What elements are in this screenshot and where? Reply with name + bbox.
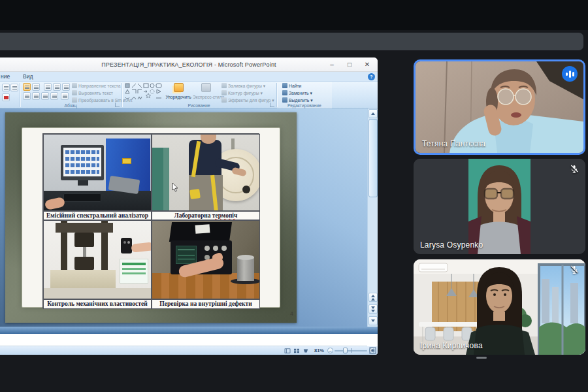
ribbon: Направление текста Выровнять текст Преоб… <box>0 82 378 108</box>
scroll-down-icon <box>371 319 375 322</box>
caption-mechanical-testing: Контроль механічних властивостей <box>43 299 152 309</box>
notes-splitter[interactable] <box>0 327 378 334</box>
scroll-thumb[interactable] <box>368 119 378 197</box>
slide-editing-area: Емісійний спектральний аналізатор Лабора… <box>0 108 367 327</box>
replace-button[interactable]: Заменить ▾ <box>282 90 312 97</box>
mouse-cursor-icon <box>172 183 178 192</box>
mic-off-icon <box>569 164 580 174</box>
bullets-button[interactable] <box>23 83 31 91</box>
zoom-slider-center-tick <box>351 348 351 353</box>
misspelled-word: термопіч <box>212 212 238 219</box>
double-chevron-down-icon <box>371 306 375 312</box>
group-label-editing: Редактирование <box>277 103 332 108</box>
participant-tile-iryna[interactable]: Ірина Кирпичова <box>414 259 585 355</box>
columns-button[interactable] <box>61 92 69 100</box>
next-slide-button[interactable] <box>368 304 378 314</box>
caption-flaw-detector: Перевірка на внутрішні дефекти <box>152 299 260 309</box>
ppt-window-title: ПРЕЗЕНТАЦІЯ_ПРАКТИКА_ЕКОЛОГІЯ - Microsof… <box>0 57 378 72</box>
arrange-icon <box>174 83 184 92</box>
participant-name: Ірина Кирпичова <box>420 341 483 350</box>
minimize-button[interactable]: – <box>325 59 338 70</box>
increase-indent-button[interactable] <box>53 83 61 91</box>
slide-canvas[interactable]: Емісійний спектральний аналізатор Лабора… <box>5 112 297 323</box>
font-color-button[interactable] <box>2 93 10 101</box>
find-button[interactable]: Найти <box>282 82 301 90</box>
ppt-status-bar: 81% – + <box>0 346 378 355</box>
align-text-button[interactable]: Выровнять текст <box>72 90 113 97</box>
caption-spectral-analyzer: Емісійний спектральний аналізатор <box>43 211 152 220</box>
photo-lab-furnace <box>152 134 260 211</box>
align-text-icon <box>72 90 77 95</box>
powerpoint-window: ПРЕЗЕНТАЦІЯ_ПРАКТИКА_ЕКОЛОГІЯ - Microsof… <box>0 57 378 355</box>
participant-tile-tetyana[interactable]: Тетяна Пантєєва <box>414 59 585 155</box>
shape-outline-button[interactable]: Контур фигуры ▾ <box>221 90 263 97</box>
font-button[interactable] <box>10 84 18 91</box>
slide-sorter-view-button[interactable] <box>293 348 301 354</box>
photo-flaw-detector <box>152 220 260 299</box>
zoom-slider-thumb[interactable] <box>343 348 348 353</box>
replace-icon <box>282 90 287 95</box>
justify-button[interactable] <box>50 92 58 100</box>
scroll-up-button[interactable] <box>368 109 378 118</box>
align-left-button[interactable] <box>23 92 31 100</box>
slideshow-view-button[interactable] <box>302 348 310 354</box>
scroll-down-button[interactable] <box>368 316 378 325</box>
ribbon-tab-row: ние Вид ? <box>0 72 378 82</box>
dialog-launcher-icon[interactable] <box>270 103 274 107</box>
tiles-scroll-indicator <box>476 357 487 359</box>
notes-pane[interactable] <box>0 334 367 346</box>
dialog-launcher-icon[interactable] <box>115 103 120 107</box>
font-button[interactable] <box>2 84 10 91</box>
slide-paper-panel: Емісійний спектральний аналізатор Лабора… <box>22 128 280 307</box>
ribbon-group-paragraph: Направление текста Выровнять текст Преоб… <box>20 82 121 108</box>
shape-fill-button[interactable]: Заливка фигуры ▾ <box>221 82 265 90</box>
smartart-icon <box>72 97 77 103</box>
ribbon-group-editing: Найти Заменить ▾ Выделить ▾ Редактирован… <box>277 82 332 108</box>
line-spacing-button[interactable] <box>62 83 70 91</box>
numbering-button[interactable] <box>32 83 40 91</box>
text-direction-icon <box>72 83 77 88</box>
shape-effects-icon <box>221 97 227 103</box>
caption-lab-furnace: Лабораторна термопіч <box>152 211 260 220</box>
zoom-out-button[interactable]: – <box>327 348 333 353</box>
slide-number: 4 <box>290 310 293 317</box>
ribbon-tab-partial[interactable]: ние <box>0 73 13 81</box>
fit-to-window-button[interactable] <box>369 347 376 354</box>
zoom-level: 81% <box>314 348 324 353</box>
participant-name: Тетяна Пантєєва <box>422 139 485 148</box>
double-chevron-up-icon <box>371 295 375 301</box>
help-icon[interactable]: ? <box>368 73 375 80</box>
decrease-indent-button[interactable] <box>44 83 52 91</box>
participant-name: Larysa Osypenko <box>420 240 483 250</box>
slide-vertical-scrollbar[interactable] <box>367 108 378 327</box>
ribbon-tab-view[interactable]: Вид <box>20 73 36 81</box>
ribbon-group-drawing: Упорядочить Экспресс-стили Заливка фигур… <box>122 82 276 108</box>
speaking-indicator-icon <box>562 66 578 82</box>
ribbon-group-font-cut <box>0 82 20 108</box>
maximize-button[interactable]: □ <box>343 59 356 70</box>
shape-fill-icon <box>221 83 227 88</box>
group-label-paragraph: Абзац <box>20 103 121 108</box>
shapes-gallery[interactable] <box>125 83 163 101</box>
normal-view-button[interactable] <box>284 348 291 354</box>
close-button[interactable]: ✕ <box>361 59 374 70</box>
find-icon <box>282 83 287 88</box>
scroll-up-icon <box>371 112 375 115</box>
photo-spectral-analyzer <box>43 134 152 211</box>
photo-mechanical-testing <box>43 220 152 299</box>
meet-window: ПРЕЗЕНТАЦІЯ_ПРАКТИКА_ЕКОЛОГІЯ - Microsof… <box>0 0 588 392</box>
browser-top-strip <box>0 0 588 30</box>
previous-slide-button[interactable] <box>368 293 378 302</box>
ppt-titlebar: ПРЕЗЕНТАЦІЯ_ПРАКТИКА_ЕКОЛОГІЯ - Microsof… <box>0 57 378 72</box>
participant-tile-larysa[interactable]: Larysa Osypenko <box>414 159 585 254</box>
presentation-top-bar <box>0 33 583 50</box>
mic-off-icon <box>569 265 580 275</box>
select-icon <box>282 97 287 103</box>
quick-styles-icon <box>201 83 211 92</box>
align-right-button[interactable] <box>41 92 49 100</box>
shape-outline-icon <box>221 90 227 95</box>
text-direction-button[interactable]: Направление текста <box>72 82 120 90</box>
align-center-button[interactable] <box>32 92 40 100</box>
group-label-drawing: Рисование <box>122 103 276 108</box>
slide-image-table: Емісійний спектральний аналізатор Лабора… <box>42 133 259 308</box>
